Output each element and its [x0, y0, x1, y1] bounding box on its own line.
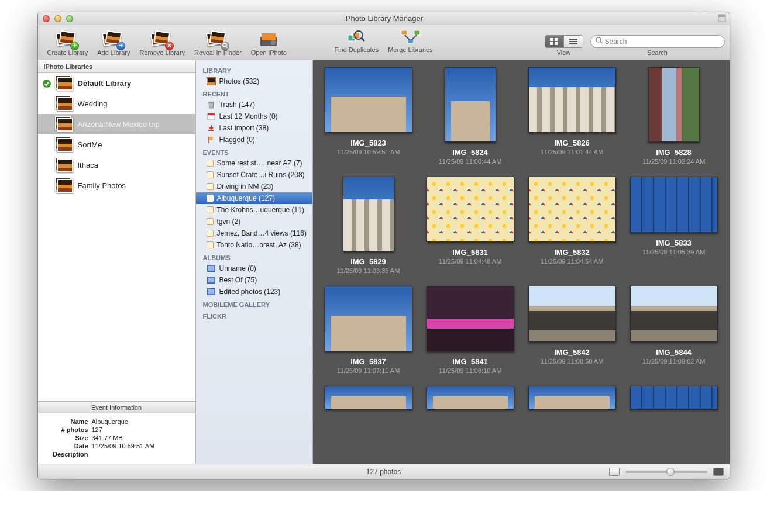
- thumbnail-image: [630, 286, 718, 342]
- reveal-in-finder-button[interactable]: Reveal In Finder: [190, 26, 246, 60]
- library-thumb-icon: [57, 77, 73, 91]
- source-group-albums: ALBUMS: [196, 251, 312, 262]
- info-label-size: Size: [45, 434, 92, 441]
- svg-rect-26: [208, 102, 214, 103]
- toolbar-left-group: + Create Library + Add Library × Remove …: [43, 26, 291, 60]
- merge-libraries-button[interactable]: Merge Libraries: [383, 26, 437, 54]
- source-item[interactable]: Tonto Natio…orest, Az (38): [196, 239, 312, 251]
- source-group-mobileme: MOBILEME GALLERY: [196, 298, 312, 309]
- add-library-button[interactable]: + Add Library: [92, 26, 135, 60]
- source-item[interactable]: Driving in NM (23): [196, 181, 312, 192]
- toolbar: + Create Library + Add Library × Remove …: [38, 25, 730, 60]
- cal-icon: [207, 112, 216, 120]
- source-item[interactable]: Best Of (75): [196, 274, 312, 286]
- source-item[interactable]: Jemez, Band…4 views (116): [196, 227, 312, 239]
- library-row[interactable]: SortMe: [38, 134, 195, 155]
- app-window: iPhoto Library Manager + Create Library …: [37, 12, 730, 479]
- search-field[interactable]: [590, 35, 725, 48]
- library-row[interactable]: Arizona:New Mexico trip: [38, 114, 195, 134]
- create-library-button[interactable]: + Create Library: [43, 26, 93, 60]
- thumbnail-image: [427, 177, 514, 242]
- toolbar-label: Remove Library: [139, 49, 185, 56]
- source-item[interactable]: Albuquerque (127): [196, 192, 312, 204]
- album-icon: [207, 276, 216, 284]
- thumbnail[interactable]: IMG_584411/25/09 11:09:02 AM: [628, 286, 720, 374]
- source-item[interactable]: Edited photos (123): [196, 286, 312, 298]
- event-checkbox-icon[interactable]: [207, 183, 214, 190]
- event-checkbox-icon[interactable]: [207, 206, 214, 213]
- thumbnail[interactable]: [424, 386, 517, 409]
- grid-view-button[interactable]: [545, 36, 564, 47]
- open-iphoto-button[interactable]: Open iPhoto: [246, 26, 291, 60]
- window-title: iPhoto Library Manager: [38, 14, 730, 23]
- svg-rect-14: [550, 38, 553, 41]
- thumbnail[interactable]: IMG_584211/25/09 11:08:50 AM: [526, 286, 618, 374]
- toolbar-right-group: View Search: [545, 26, 725, 60]
- remove-library-button[interactable]: × Remove Library: [135, 26, 190, 60]
- svg-point-23: [43, 80, 51, 88]
- library-row[interactable]: Wedding: [38, 94, 195, 114]
- event-checkbox-icon[interactable]: [207, 171, 214, 178]
- library-list: Default LibraryWeddingArizona:New Mexico…: [38, 73, 195, 401]
- zoom-slider-knob[interactable]: [666, 468, 675, 476]
- source-item[interactable]: The Krohns…uquerque (11): [196, 204, 312, 216]
- source-item[interactable]: Unname (0): [196, 262, 312, 274]
- thumbnail[interactable]: IMG_583111/25/09 11:04:48 AM: [424, 177, 517, 274]
- list-view-button[interactable]: [564, 36, 583, 47]
- source-item[interactable]: Last 12 Months (0): [196, 110, 312, 122]
- thumbnail-date: 11/25/09 11:04:48 AM: [439, 258, 502, 265]
- info-label-photos: # photos: [45, 426, 92, 433]
- library-checked-icon: [42, 79, 52, 88]
- thumbnail-name: IMG_5831: [452, 248, 488, 257]
- event-checkbox-icon[interactable]: [207, 218, 214, 225]
- thumbnail[interactable]: IMG_582811/25/09 11:02:24 AM: [628, 67, 720, 165]
- thumbnail-name: IMG_5841: [452, 357, 488, 366]
- thumbnail[interactable]: [322, 386, 415, 409]
- source-item[interactable]: Flagged (0): [196, 134, 312, 146]
- thumbnail-date: 11/25/09 11:09:02 AM: [642, 358, 706, 365]
- thumbnail[interactable]: IMG_582611/25/09 11:01:44 AM: [526, 67, 618, 165]
- source-item[interactable]: Sunset Crate…i Ruins (208): [196, 169, 312, 181]
- toolbar-label: Reveal In Finder: [194, 49, 242, 56]
- svg-line-3: [226, 47, 228, 49]
- source-item[interactable]: Photos (532): [196, 75, 312, 87]
- thumbnail[interactable]: IMG_583711/25/09 11:07:11 AM: [322, 286, 415, 374]
- svg-rect-17: [555, 42, 558, 45]
- import-icon: [207, 124, 216, 132]
- event-checkbox-icon[interactable]: [207, 160, 214, 167]
- thumbnail-name: IMG_5826: [554, 139, 590, 147]
- svg-rect-15: [555, 38, 558, 41]
- toolbar-toggle-icon[interactable]: [718, 14, 726, 22]
- search-icon: [596, 37, 603, 46]
- library-thumb-icon: [57, 138, 73, 152]
- event-checkbox-icon[interactable]: [207, 230, 214, 237]
- find-duplicates-button[interactable]: Find Duplicates: [329, 26, 383, 54]
- thumbnail-image: [343, 177, 394, 251]
- thumbnail[interactable]: IMG_583311/25/09 11:05:39 AM: [628, 177, 720, 274]
- thumbnail[interactable]: IMG_582411/25/09 11:00:44 AM: [424, 67, 517, 165]
- library-row[interactable]: Ithaca: [38, 155, 195, 175]
- thumbnail[interactable]: IMG_583211/25/09 11:04:54 AM: [526, 177, 618, 274]
- thumbnail-date: 11/25/09 11:00:44 AM: [439, 158, 502, 165]
- search-input[interactable]: [605, 37, 720, 46]
- library-row[interactable]: Default Library: [38, 73, 195, 94]
- source-item[interactable]: Some rest st…, near AZ (7): [196, 157, 312, 169]
- svg-rect-31: [208, 266, 214, 271]
- event-info-panel: Event Information NameAlbuquerque # phot…: [38, 401, 195, 464]
- library-row[interactable]: Family Photos: [38, 175, 195, 196]
- source-item[interactable]: Trash (147): [196, 99, 312, 110]
- event-checkbox-icon[interactable]: [207, 195, 214, 202]
- source-item[interactable]: tgvn (2): [196, 216, 312, 227]
- thumbnail-panel[interactable]: IMG_582311/25/09 10:59:51 AMIMG_582411/2…: [313, 60, 730, 464]
- source-item[interactable]: Last Import (38): [196, 122, 312, 134]
- zoom-slider[interactable]: [625, 471, 707, 473]
- thumbnail[interactable]: IMG_582311/25/09 10:59:51 AM: [322, 67, 415, 165]
- thumbnail[interactable]: [628, 386, 720, 409]
- thumbnail[interactable]: IMG_582911/25/09 11:03:35 AM: [322, 177, 415, 274]
- event-info-body: NameAlbuquerque # photos127 Size341.77 M…: [38, 413, 195, 464]
- search-label: Search: [647, 49, 668, 56]
- event-checkbox-icon[interactable]: [207, 241, 214, 248]
- svg-rect-1: [718, 15, 725, 17]
- thumbnail[interactable]: [526, 386, 618, 409]
- thumbnail[interactable]: IMG_584111/25/09 11:08:10 AM: [424, 286, 517, 374]
